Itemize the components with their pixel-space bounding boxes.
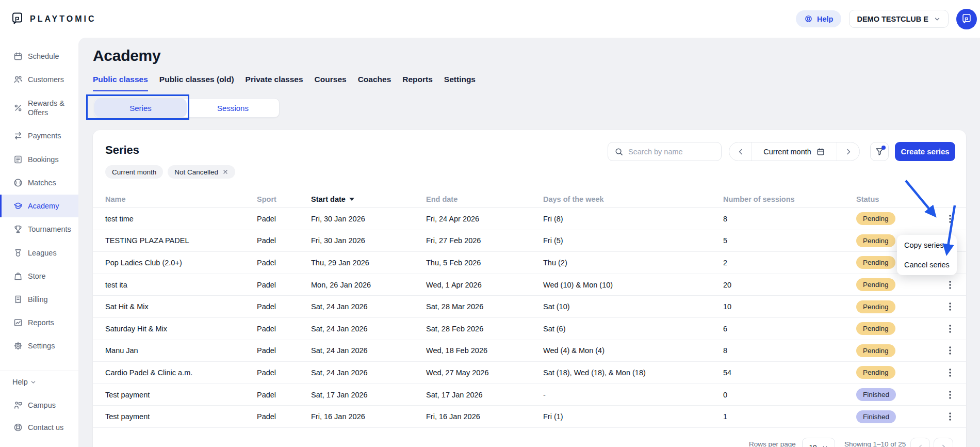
tennis-ball-icon [13, 178, 23, 188]
toggle-series[interactable]: Series [94, 99, 187, 117]
cell-end-date: Sat, 28 Feb 2026 [426, 325, 543, 333]
sidebar-item-payments[interactable]: Payments [0, 124, 78, 147]
search-input[interactable] [628, 148, 713, 156]
sidebar-item-billing[interactable]: Billing [0, 288, 78, 311]
tab-public-classes-old[interactable]: Public classes (old) [159, 75, 234, 91]
next-month-button[interactable] [837, 142, 859, 161]
row-actions-kebab-icon[interactable] [945, 389, 955, 401]
sidebar-item-settings[interactable]: Settings [0, 334, 78, 357]
table-row[interactable]: TESTING PLAZA PADEL Padel Fri, 30 Jan 20… [93, 230, 966, 252]
sidebar-item-schedule[interactable]: Schedule [0, 45, 78, 68]
previous-page-button[interactable] [910, 438, 930, 447]
context-menu-copy-series[interactable]: Copy series [897, 235, 957, 255]
current-month-button[interactable]: Current month [752, 142, 837, 161]
table-row[interactable]: Cardio Padel & Clinic a.m. Padel Sat, 24… [93, 362, 966, 384]
cell-sessions: 0 [723, 391, 856, 399]
tab-courses[interactable]: Courses [315, 75, 347, 91]
pagination-status: Showing 1–10 of 25 [844, 440, 906, 447]
sidebar-item-rewards-offers[interactable]: Rewards & Offers [0, 92, 78, 124]
row-actions-kebab-icon[interactable] [945, 300, 955, 313]
chart-icon [13, 317, 23, 328]
previous-month-button[interactable] [729, 142, 752, 161]
table-row[interactable]: Test payment Padel Sat, 17 Jan 2026 Sat,… [93, 384, 966, 406]
col-end-date[interactable]: End date [426, 195, 543, 203]
shopping-bag-icon [13, 271, 23, 281]
table-row[interactable]: Test payment Padel Fri, 16 Jan 2026 Fri,… [93, 406, 966, 428]
account-avatar[interactable] [956, 9, 977, 29]
cell-name: Sat Hit & Mix [105, 302, 257, 311]
sidebar-item-academy[interactable]: Academy [0, 195, 78, 217]
sidebar-item-contact-us[interactable]: Contact us [0, 416, 78, 439]
table-row[interactable]: Saturday Hit & Mix Padel Sat, 24 Jan 202… [93, 318, 966, 340]
tab-public-classes[interactable]: Public classes [93, 75, 148, 91]
table-row[interactable]: test ita Padel Mon, 26 Jan 2026 Wed, 1 A… [93, 274, 966, 296]
next-page-button[interactable] [934, 438, 953, 447]
chip-current-month[interactable]: Current month [105, 165, 163, 179]
col-name[interactable]: Name [105, 195, 257, 203]
search-icon [614, 147, 624, 156]
sidebar-item-reports[interactable]: Reports [0, 311, 78, 334]
sidebar: Schedule Customers Rewards & Offers Paym… [0, 38, 78, 447]
club-selector[interactable]: DEMO TESTCLUB E [849, 10, 949, 28]
col-days[interactable]: Days of the week [543, 195, 723, 203]
calendar-icon [13, 51, 23, 61]
chip-not-cancelled[interactable]: Not Cancelled [168, 165, 235, 179]
tab-coaches[interactable]: Coaches [358, 75, 391, 91]
sidebar-divider [0, 371, 78, 371]
chevron-right-icon [844, 148, 853, 156]
row-actions-kebab-icon[interactable] [945, 366, 955, 379]
create-series-button[interactable]: Create series [895, 142, 955, 161]
cell-start-date: Mon, 26 Jan 2026 [311, 281, 426, 289]
filter-active-dot [881, 146, 886, 150]
row-actions-kebab-icon[interactable] [945, 344, 955, 357]
cell-sport: Padel [257, 325, 311, 333]
club-name: DEMO TESTCLUB E [857, 15, 928, 23]
col-status[interactable]: Status [856, 195, 945, 203]
playtomic-logo: PLAYTOMIC [10, 0, 96, 38]
sidebar-item-tournaments[interactable]: Tournaments [0, 218, 78, 241]
cell-name: Saturday Hit & Mix [105, 325, 257, 333]
row-actions-kebab-icon[interactable] [945, 323, 955, 335]
cell-sessions: 1 [723, 412, 856, 421]
toggle-sessions[interactable]: Sessions [187, 99, 279, 117]
close-icon[interactable] [222, 169, 228, 175]
cell-sessions: 8 [723, 215, 856, 223]
sidebar-item-matches[interactable]: Matches [0, 171, 78, 194]
logo-text: PLAYTOMIC [30, 14, 96, 24]
help-button[interactable]: Help [796, 10, 841, 27]
filter-button[interactable] [870, 142, 889, 161]
cell-end-date: Thu, 5 Feb 2026 [426, 259, 543, 267]
tab-private-classes[interactable]: Private classes [246, 75, 303, 91]
sidebar-item-campus[interactable]: Campus [0, 394, 78, 417]
sidebar-item-customers[interactable]: Customers [0, 68, 78, 91]
table-row[interactable]: test time Padel Fri, 30 Jan 2026 Fri, 24… [93, 208, 966, 230]
document-icon [13, 154, 23, 165]
row-actions-kebab-icon[interactable] [945, 279, 955, 291]
sidebar-item-leagues[interactable]: Leagues [0, 242, 78, 264]
status-badge: Pending [856, 212, 895, 225]
tab-settings[interactable]: Settings [444, 75, 476, 91]
col-sessions[interactable]: Number of sessions [723, 195, 856, 203]
cell-sport: Padel [257, 302, 311, 311]
rows-per-page-select[interactable]: 10 [802, 438, 835, 447]
sidebar-help-section[interactable]: Help [12, 377, 37, 387]
status-badge: Pending [856, 300, 895, 313]
context-menu-cancel-series[interactable]: Cancel series [897, 255, 957, 275]
row-actions-kebab-icon[interactable] [945, 213, 955, 225]
sidebar-item-store[interactable]: Store [0, 265, 78, 288]
table-row[interactable]: Pop Ladies Club (2.0+) Padel Thu, 29 Jan… [93, 252, 966, 274]
col-start-date[interactable]: Start date [311, 195, 426, 203]
sidebar-item-bookings[interactable]: Bookings [0, 148, 78, 171]
cell-name: test time [105, 215, 257, 223]
row-actions-kebab-icon[interactable] [945, 410, 955, 423]
table-row[interactable]: Sat Hit & Mix Padel Sat, 24 Jan 2026 Sat… [93, 296, 966, 318]
table-header: Name Sport Start date End date Days of t… [93, 191, 966, 208]
cell-sport: Padel [257, 369, 311, 377]
chevron-down-icon [30, 379, 37, 386]
tab-reports[interactable]: Reports [402, 75, 433, 91]
cell-start-date: Sat, 24 Jan 2026 [311, 346, 426, 355]
col-sport[interactable]: Sport [257, 195, 311, 203]
table-row[interactable]: Manu Jan Padel Sat, 24 Jan 2026 Wed, 18 … [93, 340, 966, 362]
chevron-left-icon [917, 443, 924, 447]
cell-name: test ita [105, 281, 257, 289]
